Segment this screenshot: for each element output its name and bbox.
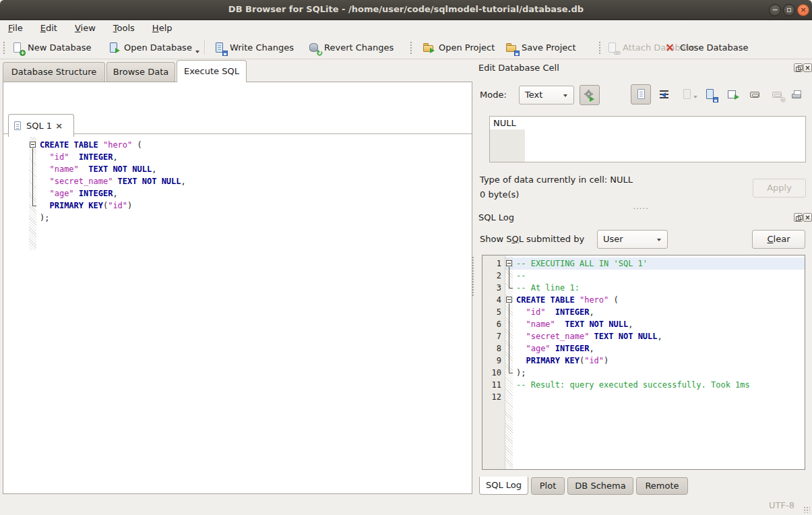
menu-item-edit[interactable]: Edit bbox=[40, 23, 57, 33]
menu-item-tools[interactable]: Tools bbox=[113, 23, 135, 33]
fold-end-marker bbox=[505, 367, 513, 379]
line-number-gutter: 123456789101112 bbox=[482, 255, 505, 469]
log-filter-select[interactable]: User bbox=[597, 230, 668, 249]
dock-float-icon[interactable] bbox=[794, 63, 803, 72]
link-button[interactable] bbox=[748, 87, 763, 102]
code-line: ); bbox=[36, 212, 464, 224]
fold-mid-marker bbox=[29, 187, 36, 200]
close-button[interactable]: × bbox=[797, 4, 809, 16]
toolbar-drag-handle[interactable] bbox=[598, 41, 601, 54]
maximize-icon bbox=[787, 8, 791, 12]
open-database-button[interactable]: Open Database bbox=[104, 38, 202, 57]
code-lines: CREATE TABLE "hero" ( "id" INTEGER, "nam… bbox=[36, 139, 464, 224]
dock-close-icon[interactable] bbox=[803, 213, 812, 222]
mode-label: Mode: bbox=[480, 90, 507, 100]
cell-settings-button[interactable] bbox=[580, 85, 600, 105]
cell-value: NULL bbox=[493, 118, 516, 128]
code-line: CREATE TABLE "hero" ( bbox=[513, 294, 805, 306]
code-line: ); bbox=[513, 367, 805, 379]
encoding-status: UTF-8 bbox=[769, 500, 794, 510]
dock-tab-plot[interactable]: Plot bbox=[531, 477, 565, 495]
clear-log-button[interactable]: Clear bbox=[752, 230, 805, 249]
save-project-button[interactable]: Save Project bbox=[502, 38, 579, 57]
cell-type-info: Type of data currently in cell: NULL bbox=[480, 175, 633, 185]
code-line: "name" TEXT NOT NULL, bbox=[36, 163, 464, 175]
tab-browse-data[interactable]: Browse Data bbox=[106, 62, 175, 82]
new-database-icon: + bbox=[11, 41, 24, 55]
chevron-down-icon bbox=[563, 94, 567, 99]
cell-mode-select[interactable]: Text bbox=[519, 86, 574, 104]
close-database-button[interactable]: ×Close Database bbox=[660, 38, 751, 57]
main-toolbar: +New DatabaseOpen DatabaseWrite Changes↻… bbox=[0, 36, 812, 59]
import-save-button[interactable] bbox=[703, 87, 718, 102]
tab-execute-sql[interactable]: Execute SQL bbox=[177, 60, 247, 82]
fold-mid-marker bbox=[505, 355, 513, 367]
menu-item-view[interactable]: View bbox=[75, 23, 96, 33]
sql-editor-tab[interactable]: SQL 1 × bbox=[8, 114, 74, 137]
dock-tab-sql-log[interactable]: SQL Log bbox=[479, 477, 528, 495]
apply-button[interactable]: Apply bbox=[753, 179, 806, 198]
code-line: -- Result: query executed successfully. … bbox=[513, 379, 805, 391]
export-out-button[interactable] bbox=[726, 87, 741, 102]
write-changes-icon bbox=[213, 41, 226, 55]
log-filter-value: User bbox=[603, 234, 623, 244]
code-line: PRIMARY KEY("id") bbox=[36, 200, 464, 212]
dock-tab-db-schema[interactable]: DB Schema bbox=[567, 477, 633, 495]
open-project-icon bbox=[422, 41, 435, 55]
dock-close-icon[interactable] bbox=[803, 63, 812, 72]
fold-start-marker[interactable] bbox=[29, 139, 36, 151]
gear-import-icon bbox=[582, 88, 596, 101]
dropdown-caret-icon[interactable] bbox=[195, 51, 199, 55]
fold-start-marker[interactable] bbox=[505, 294, 513, 306]
print-cell-button[interactable] bbox=[789, 87, 804, 102]
menu-item-file[interactable]: File bbox=[8, 23, 23, 33]
fold-end-marker bbox=[29, 200, 36, 212]
fold-mid-marker bbox=[505, 306, 513, 318]
fold-mid-marker bbox=[29, 151, 36, 163]
close-database-icon: × bbox=[663, 41, 677, 55]
open-project-button[interactable]: Open Project bbox=[419, 38, 497, 57]
text-mode-button[interactable] bbox=[634, 87, 649, 102]
fold-margin[interactable] bbox=[505, 255, 513, 469]
attach-database-icon bbox=[606, 41, 619, 55]
save-project-icon bbox=[505, 41, 518, 55]
cell-value-editor[interactable]: NULL bbox=[489, 116, 806, 162]
dock-float-icon[interactable] bbox=[794, 213, 803, 222]
dock-tab-remote[interactable]: Remote bbox=[636, 477, 688, 495]
minimize-button[interactable]: − bbox=[769, 4, 781, 16]
menu-item-help[interactable]: Help bbox=[152, 23, 173, 33]
code-line: -- EXECUTING ALL IN 'SQL 1' bbox=[513, 258, 805, 270]
fold-margin[interactable] bbox=[29, 137, 36, 250]
log-filter-label: Show SQL submitted by bbox=[480, 234, 584, 244]
new-database-button[interactable]: +New Database bbox=[8, 38, 94, 57]
fold-mid-marker bbox=[505, 330, 513, 342]
save-project-label: Save Project bbox=[522, 42, 576, 53]
toolbar-drag-handle[interactable] bbox=[410, 41, 412, 54]
sql-log-view[interactable]: 123456789101112-- EXECUTING ALL IN 'SQL … bbox=[482, 255, 805, 470]
open-cell-button[interactable] bbox=[680, 87, 695, 102]
code-area[interactable]: -- EXECUTING ALL IN 'SQL 1'---- At line … bbox=[505, 255, 805, 469]
code-line: PRIMARY KEY("id") bbox=[513, 355, 805, 367]
code-lines: -- EXECUTING ALL IN 'SQL 1'---- At line … bbox=[513, 258, 805, 403]
export-out-icon bbox=[726, 88, 740, 101]
code-line: CREATE TABLE "hero" ( bbox=[36, 139, 464, 151]
word-wrap-button[interactable] bbox=[657, 87, 672, 102]
tab-database-structure[interactable]: Database Structure bbox=[3, 62, 105, 82]
link-icon bbox=[749, 88, 762, 101]
code-line bbox=[513, 391, 805, 403]
sql-tab-label: SQL 1 bbox=[26, 121, 52, 131]
resize-grip[interactable] bbox=[803, 506, 810, 513]
unlink-button[interactable] bbox=[770, 87, 785, 102]
import-save-icon bbox=[704, 88, 717, 101]
maximize-button[interactable] bbox=[783, 4, 795, 16]
fold-mid-marker bbox=[29, 175, 36, 187]
text-mode-icon bbox=[635, 88, 648, 101]
sql-file-icon bbox=[13, 121, 23, 131]
revert-changes-button[interactable]: ↻Revert Changes bbox=[305, 38, 396, 57]
fold-start-marker[interactable] bbox=[505, 258, 513, 270]
write-changes-button[interactable]: Write Changes bbox=[210, 38, 296, 57]
splitter-handle[interactable]: ..... bbox=[633, 206, 649, 210]
fold-mid-marker bbox=[505, 318, 513, 330]
toolbar-drag-handle[interactable] bbox=[3, 41, 5, 54]
sql-tab-close-icon[interactable]: × bbox=[55, 121, 63, 130]
